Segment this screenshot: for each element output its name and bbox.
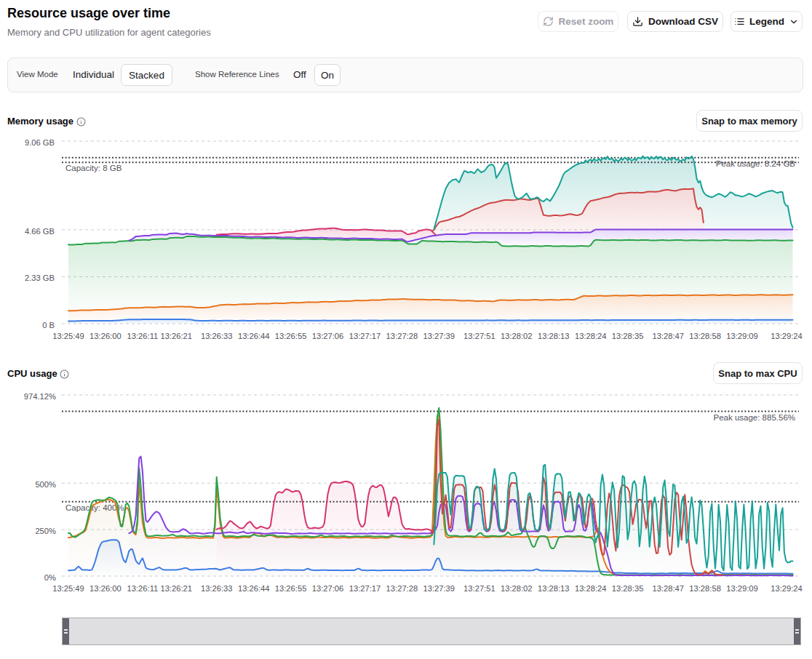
- svg-text:13:28:24: 13:28:24: [575, 584, 607, 593]
- svg-text:13:28:02: 13:28:02: [501, 584, 533, 593]
- svg-text:13:26:00: 13:26:00: [89, 332, 122, 340]
- svg-text:13:28:58: 13:28:58: [689, 332, 721, 340]
- svg-text:13:27:51: 13:27:51: [463, 584, 495, 593]
- svg-text:13:28:24: 13:28:24: [575, 332, 607, 340]
- svg-text:Capacity: 8 GB: Capacity: 8 GB: [65, 164, 122, 172]
- svg-text:13:27:51: 13:27:51: [463, 332, 495, 340]
- svg-text:13:29:24: 13:29:24: [771, 584, 803, 593]
- svg-text:13:27:06: 13:27:06: [312, 584, 344, 593]
- svg-text:13:26:33: 13:26:33: [201, 332, 233, 340]
- svg-text:9.06 GB: 9.06 GB: [25, 138, 55, 147]
- svg-text:13:26:44: 13:26:44: [238, 332, 270, 340]
- svg-text:13:28:13: 13:28:13: [538, 332, 570, 340]
- svg-text:13:29:09: 13:29:09: [726, 584, 758, 593]
- svg-text:13:26:11: 13:26:11: [127, 332, 159, 340]
- svg-text:13:25:49: 13:25:49: [52, 584, 84, 593]
- svg-text:13:27:17: 13:27:17: [349, 584, 381, 593]
- svg-text:13:28:47: 13:28:47: [652, 584, 684, 593]
- svg-text:13:25:49: 13:25:49: [52, 332, 84, 340]
- svg-text:13:26:11: 13:26:11: [127, 584, 159, 593]
- svg-text:13:26:55: 13:26:55: [275, 332, 307, 340]
- svg-text:13:27:28: 13:27:28: [386, 584, 418, 593]
- svg-text:13:29:09: 13:29:09: [726, 332, 758, 340]
- svg-text:13:26:33: 13:26:33: [201, 584, 233, 593]
- svg-text:13:27:39: 13:27:39: [423, 584, 455, 593]
- svg-text:Peak usage: 885.56%: Peak usage: 885.56%: [713, 413, 795, 422]
- svg-text:500%: 500%: [35, 480, 56, 489]
- svg-text:13:27:39: 13:27:39: [423, 332, 455, 340]
- svg-text:13:26:44: 13:26:44: [238, 584, 270, 593]
- svg-text:13:28:35: 13:28:35: [612, 332, 644, 340]
- svg-text:4.66 GB: 4.66 GB: [25, 227, 55, 236]
- svg-text:974.12%: 974.12%: [24, 392, 56, 401]
- svg-text:0 B: 0 B: [42, 321, 55, 330]
- svg-text:13:26:00: 13:26:00: [89, 584, 122, 593]
- svg-text:13:28:35: 13:28:35: [612, 584, 644, 593]
- svg-text:13:28:13: 13:28:13: [538, 584, 570, 593]
- svg-text:13:28:47: 13:28:47: [652, 332, 684, 340]
- svg-text:0%: 0%: [44, 573, 56, 582]
- svg-text:13:26:21: 13:26:21: [160, 584, 192, 593]
- svg-text:13:28:02: 13:28:02: [501, 332, 533, 340]
- svg-text:13:27:17: 13:27:17: [349, 332, 381, 340]
- svg-text:13:27:28: 13:27:28: [386, 332, 418, 340]
- svg-text:2.33 GB: 2.33 GB: [25, 273, 55, 282]
- svg-text:13:28:58: 13:28:58: [689, 584, 721, 593]
- svg-text:Peak usage: 8.24 GB: Peak usage: 8.24 GB: [716, 159, 796, 168]
- svg-text:13:29:24: 13:29:24: [771, 332, 803, 340]
- svg-text:250%: 250%: [35, 527, 56, 535]
- svg-text:13:27:06: 13:27:06: [312, 332, 344, 340]
- svg-text:13:26:21: 13:26:21: [160, 332, 192, 340]
- svg-text:13:26:55: 13:26:55: [275, 584, 307, 593]
